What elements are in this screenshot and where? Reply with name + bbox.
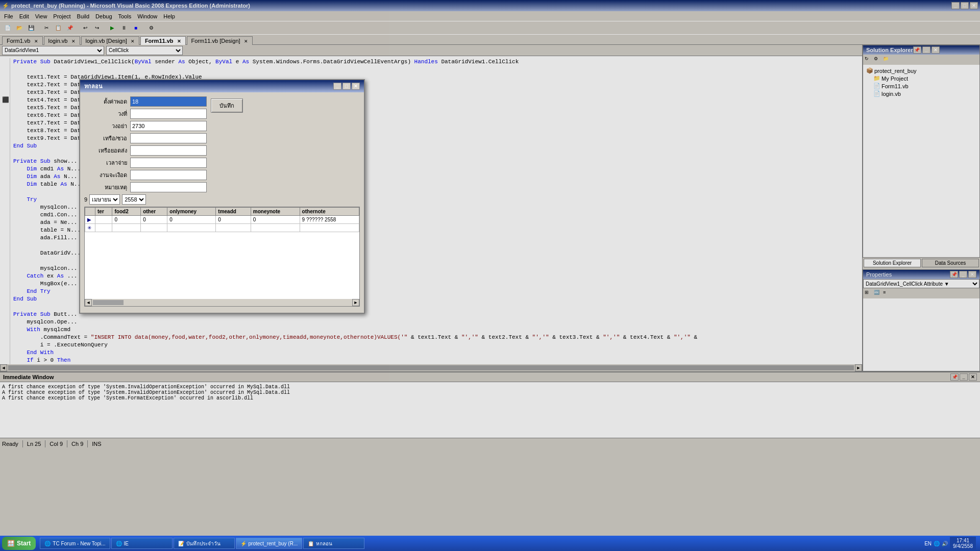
label-time: เวลาจ่าย — [84, 158, 130, 167]
input-round[interactable] — [130, 109, 207, 119]
label-note: งานจะเงือด — [84, 170, 130, 180]
label-id: ตั้งค่าพอด — [84, 97, 130, 106]
taskbar: 🪟 Start 🌐 TC Forum - New Topi... 🌐 IE 📝 … — [0, 536, 980, 551]
modal-close-button[interactable]: ✕ — [352, 83, 360, 90]
modal-content: ตั้งค่าพอด วงที่ วงอย่า เทรือ/ชวอ — [80, 92, 364, 313]
modal-overlay: หกลอน _ □ ✕ ตั้งค่าพอด วงที่ — [0, 0, 980, 551]
cell-tmeadd[interactable]: 0 — [216, 216, 251, 224]
data-grid-table: ter food2 other onlymoney tmeadd moneyno… — [85, 207, 359, 232]
row-new-arrow: ✳ — [85, 224, 95, 232]
cell-food2[interactable]: 0 — [112, 216, 141, 224]
month-year-selector: 9 เมษายน 2558 — [84, 194, 360, 205]
label-field4: เทรือ/ชวอ — [84, 134, 130, 143]
col-onlymoney[interactable]: onlymoney — [167, 208, 216, 216]
modal-maximize-button[interactable]: □ — [342, 83, 351, 90]
col-tmeadd[interactable]: tmeadd — [216, 208, 251, 216]
label-round: วงที่ — [84, 109, 130, 118]
input-field5[interactable] — [130, 145, 207, 156]
modal-save-button[interactable]: บันทึก — [211, 98, 243, 113]
modal-grid-scroll[interactable]: ter food2 other onlymoney tmeadd moneyno… — [85, 207, 359, 299]
input-field4[interactable] — [130, 133, 207, 143]
modal-grid: ter food2 other onlymoney tmeadd moneyno… — [84, 207, 360, 307]
grid-scroll-right[interactable]: ► — [352, 299, 359, 306]
taskbar-items: 🌐 TC Forum - New Topi... 🌐 IE 📝 บันทึกปร… — [38, 538, 920, 549]
modal-title-buttons: _ □ ✕ — [333, 83, 360, 90]
cell-othernote[interactable]: 9 ?????? 2558 — [300, 216, 359, 224]
diary-icon: 📝 — [178, 541, 184, 546]
system-clock: 17:41 9/4/2558 — [950, 537, 976, 550]
cell-moneynote[interactable]: 0 — [251, 216, 300, 224]
language-indicator: EN — [924, 541, 932, 546]
clock-time: 17:41 — [953, 538, 973, 543]
start-button[interactable]: 🪟 Start — [2, 537, 36, 550]
row-arrow: ▶ — [85, 216, 95, 224]
modal-icon: 📋 — [308, 541, 314, 546]
taskbar-item-modal[interactable]: 📋 หกลอน — [303, 538, 364, 549]
form-row-note: งานจะเงือด — [84, 170, 207, 180]
modal-save-area: บันทึก — [211, 96, 243, 194]
month-number: 9 — [84, 196, 87, 203]
cell-other[interactable]: 0 — [141, 216, 167, 224]
tcforum-icon: 🌐 — [44, 541, 51, 546]
form-row-field4: เทรือ/ชวอ — [84, 133, 207, 143]
taskbar-tray: EN 🌐 🔊 17:41 9/4/2558 — [920, 537, 980, 550]
cell-ter[interactable] — [95, 216, 112, 224]
grid-row-new[interactable]: ✳ — [85, 224, 359, 232]
label-remark: หมายเหตุ — [84, 183, 130, 192]
col-ter[interactable]: ter — [95, 208, 112, 216]
input-remark[interactable] — [130, 182, 207, 192]
ie-icon: 🌐 — [116, 541, 122, 546]
input-time[interactable] — [130, 158, 207, 168]
vb-icon: ⚡ — [240, 541, 247, 546]
taskbar-item-vb[interactable]: ⚡ protect_rent_buy (R... — [236, 538, 303, 549]
form-row-time: เวลาจ่าย — [84, 158, 207, 168]
label-field5: เทรือยอดส่ง — [84, 146, 130, 155]
cell-onlymoney[interactable]: 0 — [167, 216, 216, 224]
form-row-round: วงที่ — [84, 109, 207, 119]
grid-row-1[interactable]: ▶ 0 0 0 0 0 9 ?????? 2558 — [85, 216, 359, 224]
col-othernote[interactable]: othernote — [300, 208, 359, 216]
taskbar-item-diary[interactable]: 📝 บันทึกประจำวัน — [174, 538, 235, 549]
form-row-amount: วงอย่า — [84, 121, 207, 131]
speaker-icon: 🔊 — [942, 541, 948, 546]
network-icon: 🌐 — [934, 541, 940, 546]
modal-title-text: หกลอน — [84, 82, 103, 91]
month-name-select[interactable]: เมษายน — [89, 194, 120, 205]
col-moneynote[interactable]: moneynote — [251, 208, 300, 216]
start-icon: 🪟 — [7, 540, 15, 547]
taskbar-item-ie[interactable]: 🌐 IE — [111, 538, 173, 549]
modal-title: หกลอน _ □ ✕ — [80, 80, 364, 92]
clock-date: 9/4/2558 — [953, 543, 973, 549]
grid-hscroll[interactable]: ◄ ► — [85, 299, 359, 306]
year-select[interactable]: 2558 — [122, 194, 146, 205]
modal-minimize-button[interactable]: _ — [333, 83, 341, 90]
form-row-remark: หมายเหตุ — [84, 182, 207, 192]
col-food2[interactable]: food2 — [112, 208, 141, 216]
form-row-id: ตั้งค่าพอด — [84, 96, 207, 107]
modal-dialog: หกลอน _ □ ✕ ตั้งค่าพอด วงที่ — [79, 79, 365, 314]
col-arrow — [85, 208, 95, 216]
input-amount[interactable] — [130, 121, 207, 131]
col-other[interactable]: other — [141, 208, 167, 216]
input-note[interactable] — [130, 170, 207, 180]
start-label: Start — [17, 540, 31, 547]
modal-form-fields: ตั้งค่าพอด วงที่ วงอย่า เทรือ/ชวอ — [84, 96, 207, 194]
taskbar-item-tcforum[interactable]: 🌐 TC Forum - New Topi... — [40, 538, 110, 549]
grid-scroll-thumb[interactable] — [93, 300, 124, 305]
grid-scroll-left[interactable]: ◄ — [85, 299, 92, 306]
form-row-field5: เทรือยอดส่ง — [84, 145, 207, 156]
input-id[interactable] — [130, 96, 207, 107]
label-amount: วงอย่า — [84, 121, 130, 131]
